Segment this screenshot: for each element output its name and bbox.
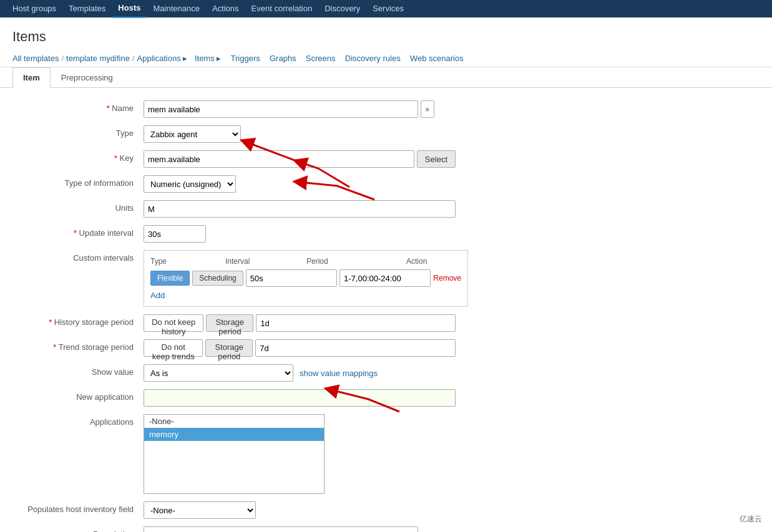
tab-bar: Item Preprocessing xyxy=(0,67,772,88)
ci-remove-link[interactable]: Remove xyxy=(433,274,461,283)
history-control: Do not keep history Storage period xyxy=(144,314,456,332)
custom-intervals-area: Type Interval Period Action Flexible Sch… xyxy=(144,250,468,307)
ci-header-period: Period xyxy=(306,257,406,266)
description-textarea[interactable] xyxy=(144,526,418,532)
show-value-label: Show value xyxy=(19,364,144,377)
ci-interval-input[interactable] xyxy=(246,269,337,287)
breadcrumb-triggers[interactable]: Triggers xyxy=(231,54,260,63)
name-row: Name × xyxy=(19,100,753,118)
ci-header-interval: Interval xyxy=(225,257,306,266)
item-form: Name × Type Zabbix agent Zabbix agent (a… xyxy=(0,88,772,532)
nav-maintenance[interactable]: Maintenance xyxy=(147,0,205,17)
trend-keep-button[interactable]: Do not keep trends xyxy=(144,339,203,357)
show-value-wrap: As is show value mappings xyxy=(144,364,456,382)
trend-storage-wrap: Do not keep trends Storage period xyxy=(144,339,456,357)
populates-select[interactable]: -None- xyxy=(144,501,256,519)
trend-value-input[interactable] xyxy=(255,339,456,357)
content-area: Item Preprocessing Name × Type xyxy=(0,67,772,532)
ci-row-1: Flexible Scheduling Remove xyxy=(150,269,461,287)
key-label: Key xyxy=(19,150,144,163)
show-value-select[interactable]: As is xyxy=(144,364,293,382)
tab-preprocessing[interactable]: Preprocessing xyxy=(51,67,124,88)
nav-hosts[interactable]: Hosts xyxy=(112,0,147,18)
ci-add-row: Add xyxy=(150,291,461,300)
update-interval-control xyxy=(144,225,456,243)
update-interval-label: Update interval xyxy=(19,225,144,238)
key-input[interactable] xyxy=(144,150,414,168)
breadcrumb-sep1: / xyxy=(61,54,64,63)
type-info-control: Numeric (unsigned) Numeric (float) Chara… xyxy=(144,175,456,193)
show-value-mappings-link[interactable]: show value mappings xyxy=(300,369,378,378)
type-info-label: Type of information xyxy=(19,175,144,188)
key-row: Key Select xyxy=(19,150,753,168)
name-label: Name xyxy=(19,100,144,113)
name-clear-button[interactable]: × xyxy=(421,100,434,118)
nav-host-groups[interactable]: Host groups xyxy=(6,0,62,17)
breadcrumb-all-templates[interactable]: All templates xyxy=(12,54,59,63)
units-input[interactable] xyxy=(144,200,456,218)
ci-header-type: Type xyxy=(150,257,225,266)
page-header: Items All templates / template mydifine … xyxy=(0,17,772,67)
trend-label: Trend storage period xyxy=(19,339,144,352)
new-application-row: New application xyxy=(19,389,753,407)
watermark: 亿速云 xyxy=(736,513,766,526)
nav-discovery[interactable]: Discovery xyxy=(318,0,366,17)
breadcrumb-web-scenarios[interactable]: Web scenarios xyxy=(410,54,464,63)
units-label: Units xyxy=(19,200,144,213)
custom-intervals-row: Custom intervals Type Interval Period Ac… xyxy=(19,250,753,307)
breadcrumb-items[interactable]: Items ▸ xyxy=(195,54,221,63)
applications-label: Applications xyxy=(19,414,144,427)
new-application-label: New application xyxy=(19,389,144,402)
top-navigation: Host groups Templates Hosts Maintenance … xyxy=(0,0,772,17)
breadcrumb-template-name[interactable]: template mydifine xyxy=(66,54,130,63)
tab-item[interactable]: Item xyxy=(12,67,51,88)
app-list-item-none[interactable]: -None- xyxy=(144,415,324,428)
history-value-input[interactable] xyxy=(256,314,456,332)
name-input[interactable] xyxy=(144,100,418,118)
type-select[interactable]: Zabbix agent Zabbix agent (active) Simpl… xyxy=(144,125,241,143)
units-control xyxy=(144,200,456,218)
populates-row: Populates host inventory field -None- xyxy=(19,501,753,519)
type-info-row: Type of information Numeric (unsigned) N… xyxy=(19,175,753,193)
populates-control: -None- xyxy=(144,501,456,519)
new-application-input[interactable] xyxy=(144,389,456,407)
nav-actions[interactable]: Actions xyxy=(206,0,245,17)
app-list-item-memory[interactable]: memory xyxy=(144,428,324,441)
populates-label: Populates host inventory field xyxy=(19,501,144,514)
type-control: Zabbix agent Zabbix agent (active) Simpl… xyxy=(144,125,456,143)
scheduling-button[interactable]: Scheduling xyxy=(192,271,243,286)
type-info-select[interactable]: Numeric (unsigned) Numeric (float) Chara… xyxy=(144,175,236,193)
breadcrumb-graphs[interactable]: Graphs xyxy=(270,54,296,63)
history-keep-button[interactable]: Do not keep history xyxy=(144,314,203,332)
custom-intervals-control: Type Interval Period Action Flexible Sch… xyxy=(144,250,468,307)
description-control xyxy=(144,526,456,532)
applications-control: -None- memory xyxy=(144,414,456,494)
nav-event-correlation[interactable]: Event correlation xyxy=(245,0,319,17)
ci-add-link[interactable]: Add xyxy=(150,291,165,300)
show-value-control: As is show value mappings xyxy=(144,364,456,382)
history-row: History storage period Do not keep histo… xyxy=(19,314,753,332)
page-title: Items xyxy=(12,24,760,50)
trend-storage-button[interactable]: Storage period xyxy=(205,339,253,357)
ci-period-input[interactable] xyxy=(340,269,431,287)
history-storage-button[interactable]: Storage period xyxy=(206,314,253,332)
key-control: Select xyxy=(144,150,456,168)
breadcrumb-screens[interactable]: Screens xyxy=(306,54,336,63)
new-application-control xyxy=(144,389,456,407)
flexible-button[interactable]: Flexible xyxy=(150,271,190,286)
name-control: × xyxy=(144,100,456,118)
nav-templates[interactable]: Templates xyxy=(62,0,112,17)
breadcrumb-applications[interactable]: Applications ▸ xyxy=(137,54,188,63)
update-interval-input[interactable] xyxy=(144,225,206,243)
breadcrumb-discovery-rules[interactable]: Discovery rules xyxy=(345,54,401,63)
ci-header-action: Action xyxy=(406,257,461,266)
applications-list[interactable]: -None- memory xyxy=(144,414,325,494)
key-select-button[interactable]: Select xyxy=(417,150,456,168)
breadcrumb-sep2: / xyxy=(132,54,135,63)
applications-row: Applications -None- memory xyxy=(19,414,753,494)
nav-services[interactable]: Services xyxy=(366,0,410,17)
update-interval-row: Update interval xyxy=(19,225,753,243)
description-row: Description xyxy=(19,526,753,532)
ci-header: Type Interval Period Action xyxy=(150,257,461,266)
description-label: Description xyxy=(19,526,144,532)
